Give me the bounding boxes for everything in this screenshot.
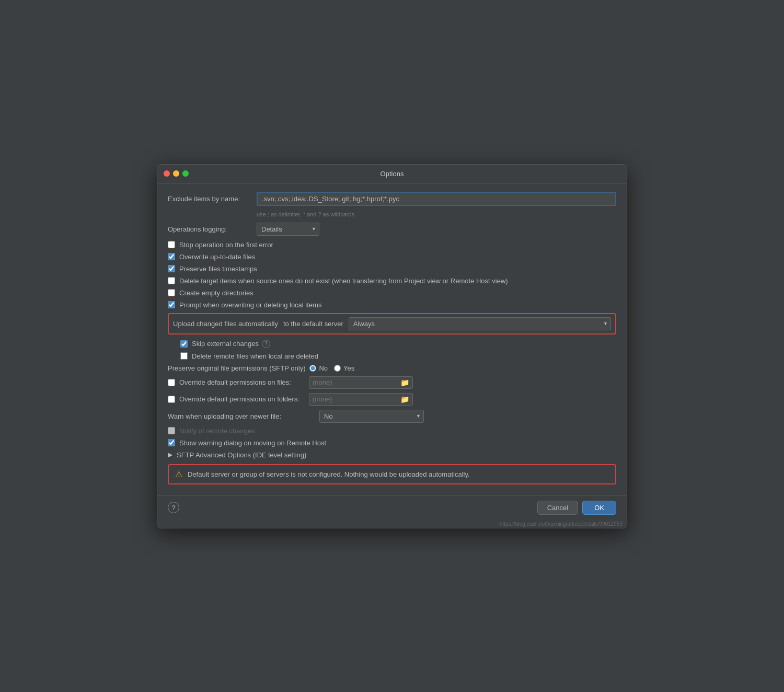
upload-select[interactable]: Always Never On explicit save action bbox=[349, 317, 611, 330]
exclude-label: Exclude items by name: bbox=[168, 195, 251, 203]
delete-remote-label: Delete remote files when local are delet… bbox=[192, 352, 318, 360]
preserve-timestamps-label: Preserve files timestamps bbox=[179, 265, 257, 273]
permissions-no-item: No bbox=[309, 364, 328, 372]
permissions-label: Preserve original file permissions (SFTP… bbox=[168, 364, 305, 372]
show-warning-checkbox[interactable] bbox=[168, 439, 175, 446]
override-folders-input[interactable] bbox=[313, 395, 400, 403]
sftp-row[interactable]: ▶ SFTP Advanced Options (IDE level setti… bbox=[168, 451, 616, 459]
preserve-timestamps-row: Preserve files timestamps bbox=[168, 265, 616, 273]
sftp-triangle-icon: ▶ bbox=[168, 451, 172, 458]
close-button[interactable] bbox=[164, 170, 170, 177]
stop-operation-checkbox[interactable] bbox=[168, 241, 175, 248]
delete-target-label: Delete target items when source ones do … bbox=[179, 277, 508, 285]
delete-remote-checkbox[interactable] bbox=[180, 352, 188, 360]
operations-label: Operations logging: bbox=[168, 225, 251, 233]
traffic-lights bbox=[164, 170, 189, 177]
content-area: Exclude items by name: use ; as delimite… bbox=[157, 183, 627, 495]
override-files-row: Override default permissions on files: 📁 bbox=[168, 376, 616, 389]
override-folders-label: Override default permissions on folders: bbox=[179, 395, 309, 403]
exclude-hint: use ; as delimiter, * and ? as wildcards bbox=[257, 211, 616, 217]
window-title: Options bbox=[381, 170, 404, 178]
cancel-button[interactable]: Cancel bbox=[537, 501, 578, 515]
overwrite-files-checkbox[interactable] bbox=[168, 253, 175, 260]
preserve-timestamps-checkbox[interactable] bbox=[168, 265, 175, 272]
delete-target-checkbox[interactable] bbox=[168, 277, 175, 284]
show-warning-label: Show warning dialog on moving on Remote … bbox=[179, 439, 326, 447]
stop-operation-label: Stop operation on the first error bbox=[179, 241, 273, 249]
sftp-label: SFTP Advanced Options (IDE level setting… bbox=[177, 451, 306, 459]
permissions-yes-label: Yes bbox=[343, 364, 354, 372]
permissions-yes-item: Yes bbox=[334, 364, 354, 372]
ok-button[interactable]: OK bbox=[582, 501, 616, 515]
action-buttons: Cancel OK bbox=[537, 501, 616, 515]
maximize-button[interactable] bbox=[182, 170, 189, 177]
show-warning-row: Show warning dialog on moving on Remote … bbox=[168, 439, 616, 447]
create-empty-dirs-label: Create empty directories bbox=[179, 289, 253, 297]
bottom-bar: ? Cancel OK bbox=[157, 495, 627, 520]
permissions-radio-group: No Yes bbox=[309, 364, 354, 372]
warning-text: Default server or group of servers is no… bbox=[188, 470, 470, 478]
url-bar: https://blog.csdn.net/vaxuing/article/de… bbox=[157, 520, 627, 528]
skip-external-checkbox[interactable] bbox=[180, 340, 188, 348]
warn-upload-select-wrapper[interactable]: No Yes bbox=[319, 410, 424, 423]
permissions-row: Preserve original file permissions (SFTP… bbox=[168, 364, 616, 372]
notify-checkbox bbox=[168, 427, 175, 434]
upload-row: Upload changed files automatically to th… bbox=[168, 313, 616, 335]
minimize-button[interactable] bbox=[173, 170, 179, 177]
upload-always-wrapper[interactable]: Always Never On explicit save action bbox=[349, 317, 611, 330]
prompt-overwriting-checkbox[interactable] bbox=[168, 301, 175, 308]
delete-remote-row: Delete remote files when local are delet… bbox=[180, 352, 616, 360]
create-empty-dirs-checkbox[interactable] bbox=[168, 289, 175, 296]
delete-target-row: Delete target items when source ones do … bbox=[168, 277, 616, 285]
override-files-checkbox[interactable] bbox=[168, 379, 175, 386]
override-files-folder-icon[interactable]: 📁 bbox=[400, 378, 409, 387]
override-folders-input-wrapper: 📁 bbox=[309, 393, 413, 406]
warn-upload-label: Warn when uploading over newer file: bbox=[168, 412, 314, 420]
options-dialog: Options Exclude items by name: use ; as … bbox=[157, 164, 627, 528]
override-files-input-wrapper: 📁 bbox=[309, 376, 413, 389]
warning-banner: ⚠ Default server or group of servers is … bbox=[168, 464, 616, 485]
permissions-no-radio[interactable] bbox=[309, 365, 316, 372]
skip-external-row: Skip external changes ? bbox=[180, 340, 616, 348]
overwrite-files-row: Overwrite up-to-date files bbox=[168, 253, 616, 261]
skip-external-label: Skip external changes bbox=[192, 340, 259, 348]
prompt-overwriting-label: Prompt when overwriting or deleting loca… bbox=[179, 301, 321, 309]
title-bar: Options bbox=[157, 165, 627, 183]
exclude-row: Exclude items by name: bbox=[168, 192, 616, 206]
notify-row: Notify of remote changes bbox=[168, 427, 616, 435]
override-folders-checkbox[interactable] bbox=[168, 396, 175, 403]
permissions-yes-radio[interactable] bbox=[334, 365, 341, 372]
override-files-label: Override default permissions on files: bbox=[179, 378, 309, 386]
operations-select-wrapper[interactable]: Details bbox=[257, 223, 319, 236]
warn-upload-row: Warn when uploading over newer file: No … bbox=[168, 410, 616, 423]
warn-upload-select[interactable]: No Yes bbox=[319, 410, 424, 423]
upload-to-text: to the default server bbox=[283, 320, 343, 328]
override-files-input[interactable] bbox=[313, 378, 400, 386]
operations-select[interactable]: Details bbox=[257, 223, 319, 236]
skip-external-help-icon[interactable]: ? bbox=[262, 340, 270, 348]
warning-triangle-icon: ⚠ bbox=[175, 469, 182, 479]
override-folders-folder-icon[interactable]: 📁 bbox=[400, 395, 409, 403]
overwrite-files-label: Overwrite up-to-date files bbox=[179, 253, 255, 261]
operations-row: Operations logging: Details bbox=[168, 223, 616, 236]
help-button[interactable]: ? bbox=[168, 502, 179, 513]
override-folders-row: Override default permissions on folders:… bbox=[168, 393, 616, 406]
stop-operation-row: Stop operation on the first error bbox=[168, 241, 616, 249]
prompt-overwriting-row: Prompt when overwriting or deleting loca… bbox=[168, 301, 616, 309]
notify-label: Notify of remote changes bbox=[179, 427, 255, 435]
upload-label: Upload changed files automatically bbox=[173, 320, 278, 328]
exclude-input[interactable] bbox=[257, 192, 616, 206]
permissions-no-label: No bbox=[319, 364, 328, 372]
create-empty-dirs-row: Create empty directories bbox=[168, 289, 616, 297]
sub-checkboxes: Skip external changes ? Delete remote fi… bbox=[168, 340, 616, 360]
